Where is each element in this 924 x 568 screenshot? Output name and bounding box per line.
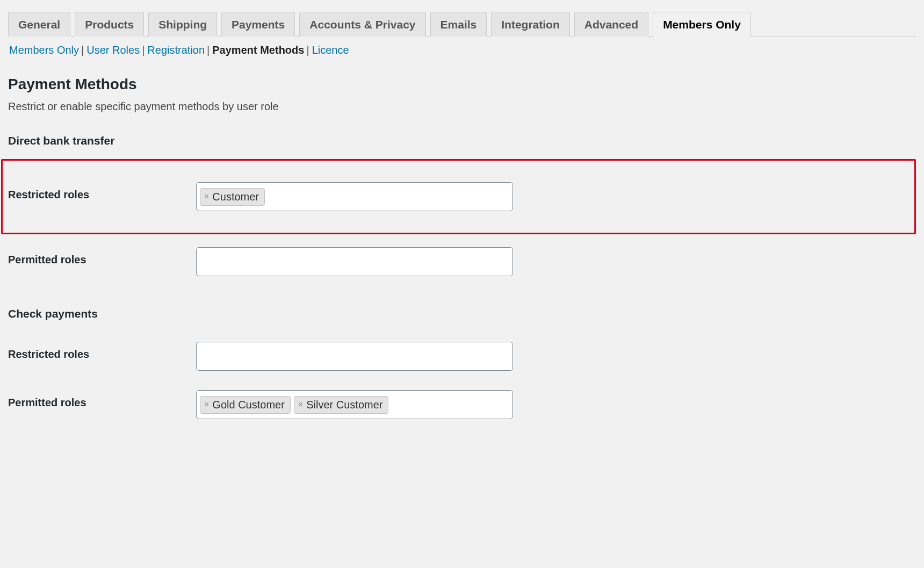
restricted-roles-tag: ×Customer bbox=[200, 188, 265, 206]
subnav-licence[interactable]: Licence bbox=[312, 44, 349, 56]
restricted-roles-row: Restricted roles bbox=[8, 332, 916, 380]
permitted-roles-select[interactable]: ×Gold Customer×Silver Customer bbox=[196, 390, 513, 419]
tab-products[interactable]: Products bbox=[75, 12, 144, 37]
tab-emails[interactable]: Emails bbox=[430, 12, 487, 37]
restricted-roles-label: Restricted roles bbox=[8, 342, 196, 361]
section-heading: Check payments bbox=[8, 307, 916, 320]
subnav-members-only[interactable]: Members Only bbox=[9, 44, 79, 56]
close-icon[interactable]: × bbox=[204, 192, 209, 201]
permitted-roles-select[interactable] bbox=[196, 247, 513, 276]
restricted-roles-tag-label: Customer bbox=[212, 191, 259, 203]
restricted-roles-select[interactable] bbox=[196, 342, 513, 371]
subnav-registration[interactable]: Registration bbox=[147, 44, 205, 56]
permitted-roles-row: Permitted roles bbox=[8, 238, 916, 286]
tab-shipping[interactable]: Shipping bbox=[148, 12, 217, 37]
restricted-roles-row: Restricted roles×Customer bbox=[1, 159, 916, 234]
permitted-roles-label: Permitted roles bbox=[8, 247, 196, 266]
subnav-separator: | bbox=[79, 44, 86, 56]
settings-subnav: Members Only|User Roles|Registration|Pay… bbox=[8, 44, 916, 64]
tab-members-only[interactable]: Members Only bbox=[653, 12, 751, 37]
tab-general[interactable]: General bbox=[8, 12, 70, 37]
tab-payments[interactable]: Payments bbox=[221, 12, 295, 37]
subnav-payment-methods: Payment Methods bbox=[212, 44, 304, 56]
tab-integration[interactable]: Integration bbox=[491, 12, 570, 37]
tab-accounts-privacy[interactable]: Accounts & Privacy bbox=[299, 12, 425, 37]
permitted-roles-label: Permitted roles bbox=[8, 390, 196, 409]
restricted-roles-select[interactable]: ×Customer bbox=[196, 182, 513, 211]
settings-tabs: GeneralProductsShippingPaymentsAccounts … bbox=[8, 12, 916, 37]
close-icon[interactable]: × bbox=[204, 400, 209, 409]
section-heading: Direct bank transfer bbox=[8, 134, 916, 147]
subnav-separator: | bbox=[304, 44, 312, 56]
tab-advanced[interactable]: Advanced bbox=[574, 12, 648, 37]
subnav-separator: | bbox=[140, 44, 147, 56]
permitted-roles-tag-label: Silver Customer bbox=[306, 399, 382, 411]
permitted-roles-tag: ×Gold Customer bbox=[200, 396, 291, 414]
page-title: Payment Methods bbox=[8, 76, 916, 93]
close-icon[interactable]: × bbox=[298, 400, 303, 409]
subnav-user-roles[interactable]: User Roles bbox=[86, 44, 140, 56]
subnav-separator: | bbox=[205, 44, 212, 56]
permitted-roles-tag-label: Gold Customer bbox=[212, 399, 285, 411]
page-description: Restrict or enable specific payment meth… bbox=[8, 100, 916, 113]
permitted-roles-tag: ×Silver Customer bbox=[294, 396, 389, 414]
restricted-roles-label: Restricted roles bbox=[8, 182, 196, 201]
permitted-roles-row: Permitted roles×Gold Customer×Silver Cus… bbox=[8, 380, 916, 429]
